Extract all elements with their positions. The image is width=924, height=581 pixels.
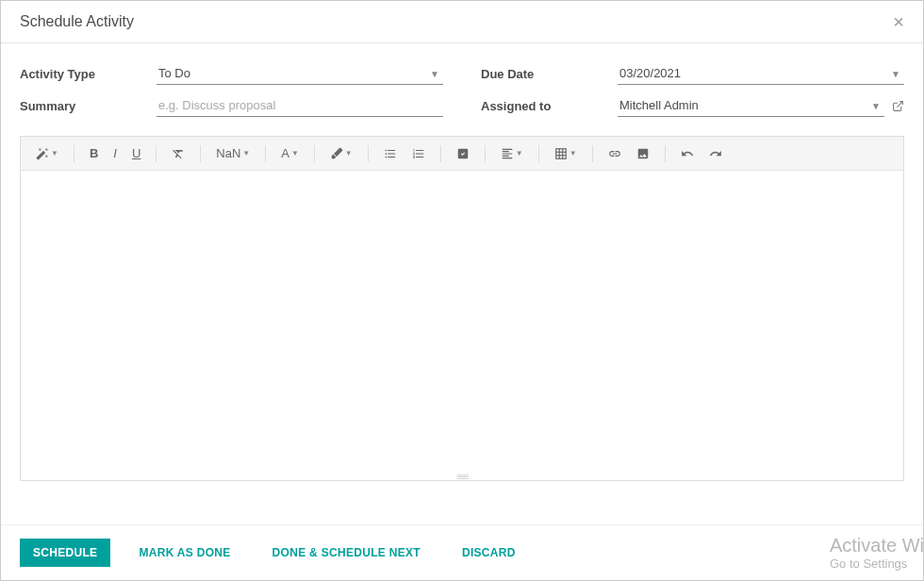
assigned-to-field[interactable] (618, 94, 884, 117)
font-size-selector[interactable]: NaN ▼ (210, 142, 256, 164)
separator (200, 145, 201, 162)
svg-rect-2 (555, 148, 566, 158)
unordered-list-icon[interactable] (378, 143, 403, 164)
form-col-right: Due Date ▼ Assigned to ▼ (481, 62, 904, 117)
table-icon[interactable]: ▼ (549, 143, 583, 164)
close-button[interactable]: × (893, 12, 904, 31)
redo-icon[interactable] (703, 143, 728, 164)
svg-line-0 (897, 101, 902, 107)
modal-header: Schedule Activity × (1, 1, 923, 43)
image-icon[interactable] (631, 143, 655, 164)
rich-text-editor: ▼ B I U NaN ▼ A ▼ ▼ (20, 136, 904, 481)
modal-body[interactable]: Activity Type ▼ Summary Due Date (1, 43, 923, 524)
italic-button[interactable]: I (107, 142, 123, 164)
assigned-to-row: Assigned to ▼ (481, 94, 904, 117)
separator (265, 145, 266, 162)
windows-watermark: Activate Wi Go to Settings (830, 534, 924, 572)
form-col-left: Activity Type ▼ Summary (20, 62, 443, 117)
ordered-list-icon[interactable] (406, 143, 431, 164)
separator (665, 145, 666, 162)
bold-button[interactable]: B (84, 142, 104, 164)
due-date-field[interactable] (618, 62, 904, 85)
separator (538, 145, 539, 162)
editor-content-area[interactable] (21, 171, 903, 473)
underline-button[interactable]: U (126, 142, 146, 164)
due-date-row: Due Date ▼ (481, 62, 904, 85)
undo-icon[interactable] (675, 143, 700, 164)
separator (368, 145, 369, 162)
editor-toolbar: ▼ B I U NaN ▼ A ▼ ▼ (21, 137, 903, 171)
modal-footer: SCHEDULE MARK AS DONE DONE & SCHEDULE NE… (1, 524, 923, 580)
separator (440, 145, 441, 162)
due-date-label: Due Date (481, 67, 618, 81)
modal-title: Schedule Activity (20, 13, 134, 30)
resize-handle[interactable]: ≡≡≡ (21, 473, 903, 480)
magic-wand-icon[interactable]: ▼ (30, 143, 64, 164)
highlight-icon[interactable]: ▼ (324, 143, 358, 164)
summary-control (157, 94, 443, 117)
separator (314, 145, 315, 162)
remove-format-icon[interactable] (166, 143, 190, 164)
separator (592, 145, 593, 162)
activity-type-field[interactable] (157, 62, 443, 85)
separator (74, 145, 74, 162)
font-color-button[interactable]: A ▼ (275, 142, 305, 164)
link-icon[interactable] (602, 143, 627, 164)
separator (485, 145, 486, 162)
activity-type-row: Activity Type ▼ (20, 62, 443, 85)
summary-row: Summary (20, 94, 443, 117)
form-grid: Activity Type ▼ Summary Due Date (20, 62, 904, 117)
assigned-to-control: ▼ (618, 94, 904, 117)
mark-as-done-button[interactable]: MARK AS DONE (125, 539, 243, 567)
separator (156, 145, 157, 162)
schedule-activity-modal: Schedule Activity × Activity Type ▼ Summ… (0, 0, 924, 581)
align-icon[interactable]: ▼ (495, 143, 529, 164)
done-schedule-next-button[interactable]: DONE & SCHEDULE NEXT (259, 539, 434, 567)
summary-field[interactable] (157, 94, 443, 117)
assigned-to-label: Assigned to (481, 99, 618, 113)
due-date-control: ▼ (618, 62, 904, 85)
checklist-icon[interactable] (451, 143, 475, 164)
activity-type-label: Activity Type (20, 67, 157, 81)
summary-label: Summary (20, 99, 157, 113)
external-link-icon[interactable] (892, 100, 904, 112)
activity-type-control: ▼ (157, 62, 443, 85)
schedule-button[interactable]: SCHEDULE (20, 539, 110, 567)
discard-button[interactable]: DISCARD (449, 539, 529, 567)
